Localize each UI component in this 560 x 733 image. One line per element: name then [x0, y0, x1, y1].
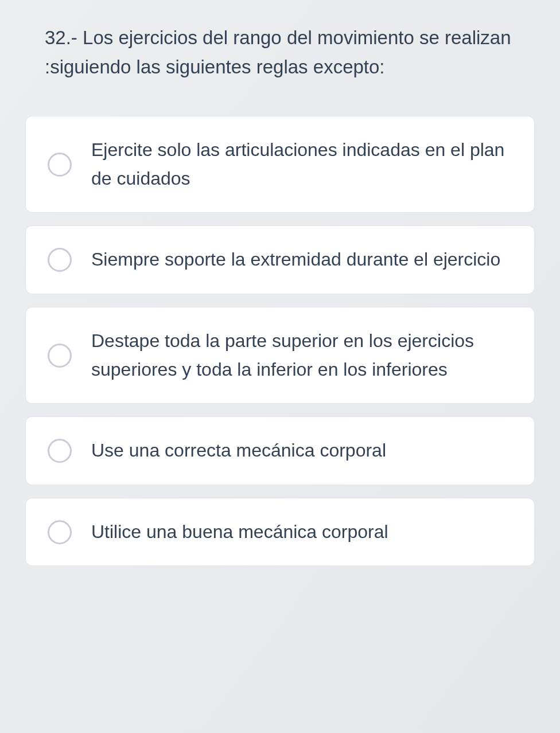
- question-text: 32.- Los ejercicios del rango del movimi…: [45, 23, 529, 81]
- option-label: Ejercite solo las articulaciones indicad…: [91, 136, 518, 193]
- options-container: Ejercite solo las articulaciones indicad…: [25, 116, 535, 566]
- option-label: Siempre soporte la extremidad durante el…: [91, 245, 500, 274]
- radio-icon: [48, 153, 72, 177]
- option-label: Destape toda la parte superior en los ej…: [91, 327, 518, 384]
- radio-icon: [48, 248, 72, 272]
- option-label: Use una correcta mecánica corporal: [91, 436, 386, 465]
- radio-icon: [48, 439, 72, 463]
- option-label: Utilice una buena mecánica corporal: [91, 518, 388, 547]
- option-card-5[interactable]: Utilice una buena mecánica corporal: [25, 498, 535, 567]
- option-card-1[interactable]: Ejercite solo las articulaciones indicad…: [25, 116, 535, 213]
- option-card-4[interactable]: Use una correcta mecánica corporal: [25, 416, 535, 485]
- option-card-2[interactable]: Siempre soporte la extremidad durante el…: [25, 225, 535, 294]
- option-card-3[interactable]: Destape toda la parte superior en los ej…: [25, 307, 535, 404]
- radio-icon: [48, 520, 72, 544]
- radio-icon: [48, 344, 72, 368]
